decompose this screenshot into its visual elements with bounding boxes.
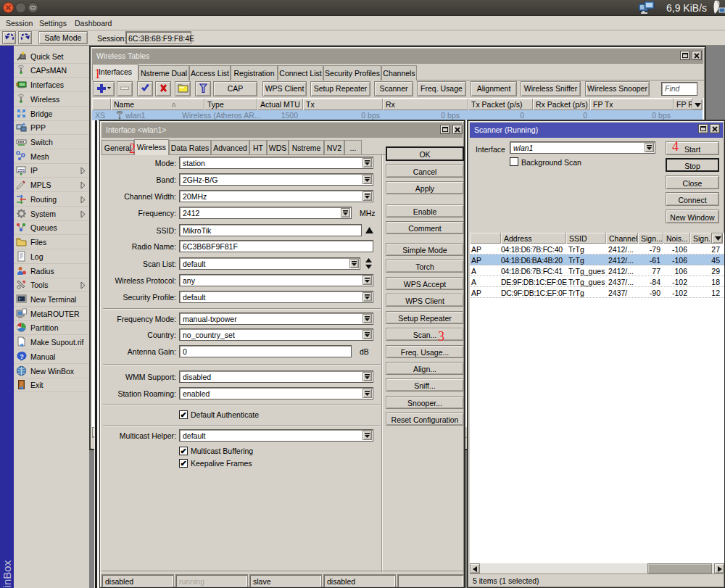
svg-text:255: 255 <box>17 168 25 173</box>
svg-text:?: ? <box>20 353 24 360</box>
